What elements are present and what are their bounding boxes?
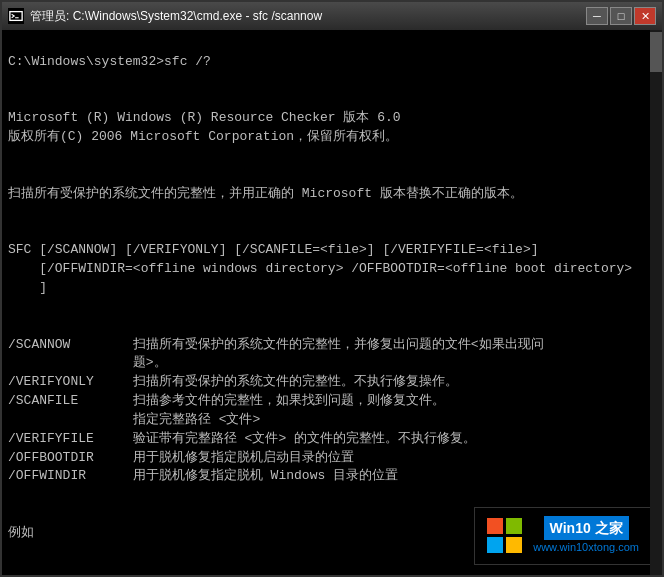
cmd-line-2: Microsoft (R) Windows (R) Resource Check… xyxy=(8,110,401,125)
title-bar: 管理员: C:\Windows\System32\cmd.exe - sfc /… xyxy=(2,2,662,30)
terminal-output: C:\Windows\system32>sfc /? Microsoft (R)… xyxy=(8,34,656,575)
cmd-line-5: SFC [/SCANNOW] [/VERIFYONLY] [/SCANFILE=… xyxy=(8,242,539,257)
scrollbar-thumb[interactable] xyxy=(650,32,662,72)
close-button[interactable]: ✕ xyxy=(634,7,656,25)
cmd-line-12: 指定完整路径 <文件> xyxy=(8,412,260,427)
cmd-line-4: 扫描所有受保护的系统文件的完整性，并用正确的 Microsoft 版本替换不正确… xyxy=(8,186,523,201)
watermark-logo: Win10 之家 www.win10xtong.com xyxy=(533,516,639,556)
svg-rect-2 xyxy=(487,518,503,534)
title-controls: ─ □ ✕ xyxy=(586,7,656,25)
win10-badge: Win10 之家 xyxy=(544,516,629,540)
title-bar-left: 管理员: C:\Windows\System32\cmd.exe - sfc /… xyxy=(8,8,322,25)
terminal-body[interactable]: C:\Windows\system32>sfc /? Microsoft (R)… xyxy=(2,30,662,575)
windows-flag-icon xyxy=(487,518,523,554)
cmd-line-14: /OFFBOOTDIR 用于脱机修复指定脱机启动目录的位置 xyxy=(8,450,354,465)
cmd-line-3: 版权所有(C) 2006 Microsoft Corporation，保留所有权… xyxy=(8,129,398,144)
cmd-line-7: ] xyxy=(8,280,47,295)
cmd-line-11: /SCANFILE 扫描参考文件的完整性，如果找到问题，则修复文件。 xyxy=(8,393,445,408)
cmd-icon xyxy=(8,8,24,24)
cmd-line-15: /OFFWINDIR 用于脱机修复指定脱机 Windows 目录的位置 xyxy=(8,468,398,483)
minimize-button[interactable]: ─ xyxy=(586,7,608,25)
svg-rect-0 xyxy=(10,12,22,21)
cmd-line-6: [/OFFWINDIR=<offline windows directory> … xyxy=(8,261,632,276)
cmd-line-1: C:\Windows\system32>sfc /? xyxy=(8,54,211,69)
svg-rect-3 xyxy=(506,518,522,534)
cmd-line-16: 例如 xyxy=(8,525,34,540)
cmd-line-10: /VERIFYONLY 扫描所有受保护的系统文件的完整性。不执行修复操作。 xyxy=(8,374,458,389)
cmd-window: 管理员: C:\Windows\System32\cmd.exe - sfc /… xyxy=(0,0,664,577)
svg-rect-5 xyxy=(506,537,522,553)
cmd-line-13: /VERIFYFILE 验证带有完整路径 <文件> 的文件的完整性。不执行修复。 xyxy=(8,431,476,446)
svg-rect-4 xyxy=(487,537,503,553)
cmd-line-8: /SCANNOW 扫描所有受保护的系统文件的完整性，并修复出问题的文件<如果出现… xyxy=(8,337,544,352)
cmd-line-9: 题>。 xyxy=(8,355,167,370)
watermark-url: www.win10xtong.com xyxy=(533,540,639,556)
maximize-button[interactable]: □ xyxy=(610,7,632,25)
scrollbar[interactable] xyxy=(650,30,662,575)
watermark: Win10 之家 www.win10xtong.com xyxy=(474,507,652,565)
window-title: 管理员: C:\Windows\System32\cmd.exe - sfc /… xyxy=(30,8,322,25)
